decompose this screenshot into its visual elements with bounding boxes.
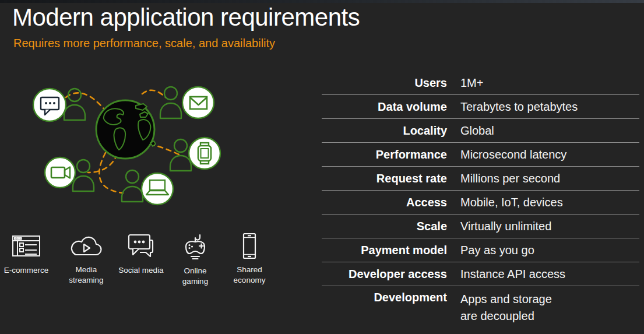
row-label: Payment model [322,244,447,257]
email-icon [182,87,214,118]
row-value: Virtually unlimited [460,218,639,235]
table-row: Performance Microsecond latency [322,143,639,167]
table-row: Access Mobile, IoT, devices [322,191,639,215]
row-value: Microsecond latency [460,146,639,163]
table-row: Developer access Instance API access [322,262,639,286]
smartphone-icon [236,232,263,260]
table-row: Development Apps and storage are decoupl… [322,286,639,329]
app-label: Media streaming [64,265,109,285]
row-value: Millions per second [460,170,639,187]
table-row: Payment model Pay as you go [322,238,639,262]
app-label: Social media [118,265,163,276]
laptop-icon [142,173,173,205]
row-value: Global [460,122,639,139]
row-value: Apps and storage are decoupled [460,286,639,325]
smartwatch-icon [189,138,220,169]
row-value: Terabytes to petabytes [460,99,639,115]
app-label: E-commerce [4,265,49,276]
page-title: Modern application requirements [12,3,360,31]
global-users-illustration [0,64,274,224]
app-item-online-gaming: Online gaming [167,232,223,286]
top-border-strip [0,0,644,3]
row-value: Mobile, IoT, devices [460,194,639,211]
app-item-shared-economy: Shared economy [221,232,277,285]
row-label: Request rate [322,172,447,185]
app-item-media-streaming: Media streaming [58,232,114,285]
video-camera-icon [45,157,75,188]
table-row: Users 1M+ [322,71,639,95]
storefront-browser-icon [11,232,41,260]
row-value: Pay as you go [460,242,639,259]
globe-icon [96,100,156,159]
row-label: Performance [322,148,447,161]
application-categories: E-commerce Media streaming Social media [0,232,291,299]
app-label: Online gaming [173,266,218,286]
app-item-social-media: Social media [113,232,169,276]
chat-bubble-icon [33,89,66,121]
row-label: Developer access [322,268,447,281]
row-label: Scale [322,220,447,233]
requirements-table: Users 1M+ Data volume Terabytes to petab… [322,71,639,329]
row-value: Instance API access [460,266,639,283]
row-label: Access [322,196,447,209]
row-label: Development [322,286,447,304]
table-row: Scale Virtually unlimited [322,215,639,238]
row-value: 1M+ [460,75,639,92]
game-controller-icon [179,232,212,261]
table-row: Data volume Terabytes to petabytes [322,95,639,119]
app-item-ecommerce: E-commerce [0,232,54,276]
row-label: Locality [322,124,447,138]
row-label: Users [322,76,447,90]
page-subtitle: Requires more performance, scale, and av… [13,37,275,50]
table-row: Request rate Millions per second [322,167,639,191]
cloud-play-icon [68,232,104,260]
row-label: Data volume [322,100,447,114]
app-label: Shared economy [227,265,272,285]
table-row: Locality Global [322,119,639,143]
chat-bubbles-icon [126,232,156,260]
